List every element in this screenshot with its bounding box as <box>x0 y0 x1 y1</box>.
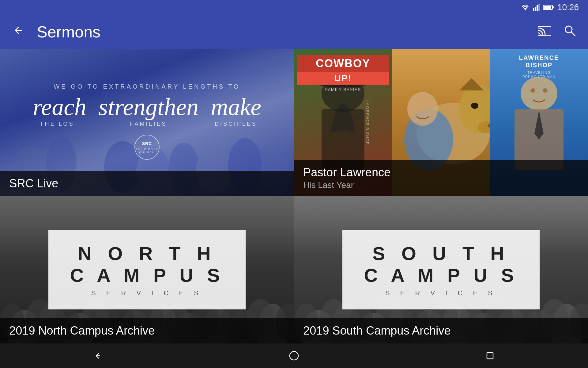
svg-rect-6 <box>552 6 554 8</box>
disciples-text: DISCIPLES <box>211 121 261 127</box>
svg-point-20 <box>135 135 159 159</box>
app-bar-actions <box>538 24 576 40</box>
content-grid: WE GO TO EXTRAORDINARY LENGTHS TO reach … <box>0 49 588 343</box>
src-live-tagline: WE GO TO EXTRAORDINARY LENGTHS TO <box>33 83 261 90</box>
svg-text:SOLID ROCK: SOLID ROCK <box>135 148 159 151</box>
north-campus-sign: N O R T H C A M P U S S E R V I C E S <box>48 230 245 309</box>
north-campus-name-line2: C A M P U S <box>70 264 224 286</box>
svg-rect-4 <box>538 4 540 11</box>
battery-icon <box>543 5 554 10</box>
north-campus-item[interactable]: N O R T H C A M P U S S E R V I C E S 20… <box>0 196 294 343</box>
svg-point-37 <box>543 88 548 93</box>
south-campus-title: 2019 South Campus Archive <box>303 324 579 337</box>
svg-point-36 <box>530 88 535 93</box>
status-bar: 10:26 <box>0 0 588 15</box>
south-campus-label: 2019 South Campus Archive <box>294 318 588 343</box>
south-campus-name-line1: S O U T H <box>364 243 518 264</box>
south-campus-services: S E R V I C E S <box>364 289 518 297</box>
families-text: FAMILIES <box>99 121 198 127</box>
status-time: 10:26 <box>557 2 579 12</box>
north-campus-title: 2019 North Campus Archive <box>9 324 285 337</box>
north-campus-label: 2019 North Campus Archive <box>0 318 294 343</box>
wifi-icon <box>521 4 530 11</box>
svg-text:SRC: SRC <box>142 141 152 146</box>
src-live-title: SRC Live <box>9 177 285 190</box>
svg-rect-3 <box>537 5 538 11</box>
src-live-word-strengthen: strengthen FAMILIES <box>99 93 198 127</box>
pastor-lawrence-label: Pastor Lawrence His Last Year <box>294 160 588 196</box>
page-title: Sermons <box>37 23 526 41</box>
src-live-word-reach: reach THE LOST <box>33 93 86 127</box>
svg-rect-2 <box>535 7 536 11</box>
src-live-word-make: make DISCIPLES <box>211 93 261 127</box>
pastor-lawrence-item[interactable]: COWBOY UP! FAMILY SERIES LAWRENCE BISHOP <box>294 49 588 196</box>
svg-point-31 <box>471 103 478 109</box>
svg-point-0 <box>525 9 526 10</box>
reach-word: reach <box>33 93 86 121</box>
nav-home-button[interactable] <box>285 347 303 365</box>
svg-rect-81 <box>487 353 493 359</box>
make-word: make <box>211 93 261 121</box>
pastor-lawrence-title: Pastor Lawrence <box>303 166 579 179</box>
svg-line-10 <box>571 32 575 36</box>
nav-back-button[interactable] <box>89 347 107 365</box>
search-button[interactable] <box>564 24 576 40</box>
app-bar: Sermons <box>0 15 588 49</box>
svg-text:CHURCH: CHURCH <box>139 151 155 154</box>
signal-icon <box>533 4 540 11</box>
strengthen-word: strengthen <box>99 93 198 121</box>
svg-point-80 <box>290 351 298 360</box>
the-lost-text: THE LOST <box>33 121 86 127</box>
south-campus-item[interactable]: S O U T H C A M P U S S E R V I C E S 20… <box>294 196 588 343</box>
src-live-item[interactable]: WE GO TO EXTRAORDINARY LENGTHS TO reach … <box>0 49 294 196</box>
src-live-words: reach THE LOST strengthen FAMILIES make … <box>33 93 261 127</box>
svg-rect-1 <box>533 8 534 11</box>
src-live-label: SRC Live <box>0 171 294 196</box>
north-campus-name-line1: N O R T H <box>70 243 224 264</box>
pastor-lawrence-subtitle: His Last Year <box>303 180 579 190</box>
svg-point-33 <box>407 92 438 126</box>
south-campus-sign: S O U T H C A M P U S S E R V I C E S <box>342 230 539 309</box>
status-icons: 10:26 <box>521 2 579 12</box>
north-campus-services: S E R V I C E S <box>70 289 224 297</box>
src-logo: SRC SOLID ROCK CHURCH <box>133 133 161 161</box>
nav-bar <box>0 343 588 368</box>
nav-recent-button[interactable] <box>481 347 499 365</box>
cast-button[interactable] <box>538 24 551 40</box>
south-campus-name-line2: C A M P U S <box>364 264 518 286</box>
svg-rect-7 <box>544 6 551 9</box>
back-button[interactable] <box>12 24 24 40</box>
